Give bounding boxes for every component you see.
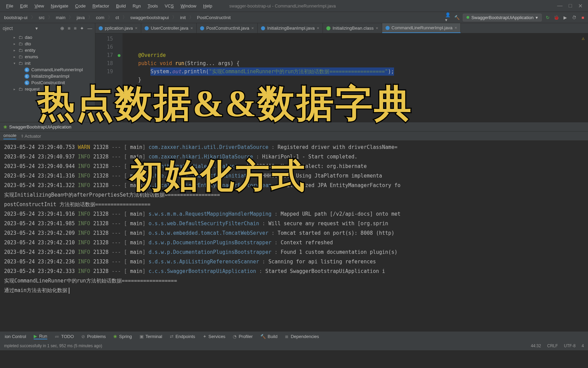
tab-problems[interactable]: ⊘Problems (81, 334, 106, 339)
crumb[interactable]: java (75, 14, 87, 21)
crumb[interactable]: com (94, 14, 107, 21)
log-line: postConstructInit 方法初始话数据===============… (4, 200, 584, 209)
tab-todo[interactable]: ≔TODO (55, 334, 74, 339)
crumb[interactable]: swaggerbootstrapui (128, 14, 171, 21)
tree-item-dto[interactable]: ▸🗀dto (0, 41, 95, 47)
close-icon[interactable]: × (455, 25, 457, 30)
log-line: 实现CommandLineRunner中的run方法初始话数据=========… (4, 276, 584, 286)
class-icon (326, 26, 330, 30)
close-icon[interactable]: × (376, 26, 378, 31)
debug-icon[interactable]: 🐞 (553, 14, 559, 20)
console-output[interactable]: 2023-05-24 23:29:40.753 WARN 21328 --- [… (0, 140, 588, 331)
close-icon[interactable]: × (191, 26, 193, 31)
tree-item-InitializingBeanImpl[interactable]: CInitializingBeanImpl (0, 73, 95, 79)
subtab-actuator[interactable]: ⚕ Actuator (21, 134, 41, 139)
crumb[interactable]: main (54, 14, 67, 21)
tab-spring[interactable]: ❀Spring (113, 334, 132, 339)
crumb[interactable]: PostConstructInit (195, 14, 233, 21)
log-line: 2023-05-24 23:29:40.937 INFO 21328 --- [… (4, 152, 584, 162)
menu-navigate[interactable]: Navigate (47, 2, 71, 10)
project-sidebar: oject ▾ ⊕ ≡ ≡ ✦ — ▸🗀dao▸🗀dto▸🗀entity▸🗀en… (0, 23, 95, 122)
editor-tab[interactable]: InitializingBeanImpl.java× (258, 23, 323, 33)
tab-version-control[interactable]: ion Control (5, 334, 26, 339)
crumb[interactable]: src (37, 14, 47, 21)
hammer-icon[interactable]: 🔨 (454, 14, 460, 20)
gear-icon[interactable]: ✦ (80, 26, 84, 31)
tree-item-init[interactable]: ▾🗀init (0, 60, 95, 66)
class-icon (99, 26, 103, 30)
close-icon[interactable]: × (135, 26, 137, 31)
file-encoding[interactable]: UTF-8 (564, 343, 575, 348)
tab-endpoints[interactable]: ⇄Endpoints (170, 334, 195, 339)
menu-refactor[interactable]: Refactor (89, 2, 113, 10)
stop-icon[interactable]: ■ (580, 14, 586, 20)
close-icon[interactable]: ✕ (578, 3, 583, 9)
run-configuration-select[interactable]: SwaggerBootstrapUiApplication ▾ (463, 14, 542, 21)
menu-edit[interactable]: Edit (17, 2, 31, 10)
profiler-icon[interactable]: ⏱ (571, 14, 577, 20)
tab-terminal[interactable]: ▣Terminal (140, 334, 162, 339)
target-icon[interactable]: ⊕ (60, 26, 64, 31)
log-line: 2023-05-24 23:29:41.985 INFO 21328 --- [… (4, 219, 584, 228)
spring-icon: ❀ (3, 124, 7, 129)
hide-icon[interactable]: — (87, 26, 92, 31)
project-label[interactable]: oject (3, 26, 13, 31)
line-separator[interactable]: CRLF (547, 343, 558, 348)
editor-tab[interactable]: pplication.java× (95, 23, 141, 33)
coverage-icon[interactable]: ▶ (562, 14, 568, 20)
expand-icon[interactable]: ≡ (68, 26, 70, 31)
editor-tab[interactable]: CommandLineRunnerImpl.java× (382, 23, 461, 33)
tab-dependencies[interactable]: ≣Dependencies (285, 334, 319, 339)
menu-tools[interactable]: Tools (144, 2, 161, 10)
menu-window[interactable]: Window (177, 2, 200, 10)
tab-services[interactable]: ✦Services (203, 334, 226, 339)
window-title: swagger-bootstrap-ui - CommandLineRunner… (229, 3, 336, 9)
class-icon (386, 26, 390, 30)
user-icon[interactable]: 👤▾ (445, 14, 451, 20)
maximize-icon[interactable]: □ (569, 3, 572, 9)
status-message: mpleted successfully in 1 sec, 952 ms (5… (4, 343, 102, 348)
breadcrumb: bootstrap-ui〉 src〉 main〉 java〉 com〉 ct〉 … (2, 14, 233, 21)
log-line: 2023-05-24 23:29:42.220 INFO 21328 --- [… (4, 247, 584, 257)
rerun-icon[interactable]: ↻ (544, 14, 551, 20)
override-icon[interactable] (118, 54, 120, 57)
menu-view[interactable]: View (31, 2, 47, 10)
tree-item-entity[interactable]: ▸🗀entity (0, 47, 95, 53)
tab-build[interactable]: 🔨Build (260, 334, 278, 339)
tab-run[interactable]: ▶Run (34, 334, 47, 339)
menu-help[interactable]: Help (200, 2, 216, 10)
chevron-down-icon[interactable]: ▾ (35, 26, 38, 31)
tree-item-enums[interactable]: ▸🗀enums (0, 53, 95, 60)
code-editor[interactable]: 15 16 17 18 19 ⚠ @Override public void r… (95, 33, 588, 122)
menu-code[interactable]: Code (72, 2, 89, 10)
crumb[interactable]: bootstrap-ui (2, 14, 30, 21)
minimize-icon[interactable]: — (557, 3, 562, 9)
menu-run[interactable]: Run (129, 2, 144, 10)
cursor-position[interactable]: 44:32 (531, 343, 541, 348)
editor-tab[interactable]: UserController.java× (141, 23, 197, 33)
tab-profiler[interactable]: ◔Profiler (233, 334, 252, 339)
close-icon[interactable]: × (251, 26, 254, 31)
menu-file[interactable]: File (3, 2, 17, 10)
log-line: 2023-05-24 23:29:41.322 INFO 21328 --- [… (4, 181, 584, 190)
crumb[interactable]: ct (114, 14, 121, 21)
editor-tab[interactable]: InitializingBean.class× (323, 23, 382, 33)
collapse-icon[interactable]: ≡ (74, 26, 77, 31)
menu-vcs[interactable]: VCS (161, 2, 177, 10)
code-lines[interactable]: ⚠ @Override public void run(String... ar… (122, 33, 588, 122)
crumb[interactable]: init (178, 14, 188, 21)
tree-item-request[interactable]: ▸🗀request (0, 86, 95, 92)
close-icon[interactable]: × (317, 26, 320, 31)
menu-build[interactable]: Build (113, 2, 129, 10)
tree-item-PostConstructInit[interactable]: CPostConstructInit (0, 79, 95, 86)
warning-icon[interactable]: ⚠ (582, 34, 585, 42)
tree-item-CommandLineRunnerImpl[interactable]: CCommandLineRunnerImpl (0, 66, 95, 73)
editor-tab[interactable]: PostConstructInit.java× (197, 23, 258, 33)
indent-size[interactable]: 4 (582, 343, 584, 348)
run-config-label: SwaggerBootstrapUiApplication (471, 15, 534, 20)
subtab-console[interactable]: onsole (3, 133, 16, 139)
tree-item-dao[interactable]: ▸🗀dao (0, 34, 95, 41)
run-panel-title[interactable]: SwaggerBootstrapUiApplication (9, 124, 71, 129)
statusbar: mpleted successfully in 1 sec, 952 ms (5… (0, 341, 588, 350)
project-tree[interactable]: ▸🗀dao▸🗀dto▸🗀entity▸🗀enums▾🗀initCCommandL… (0, 33, 95, 93)
